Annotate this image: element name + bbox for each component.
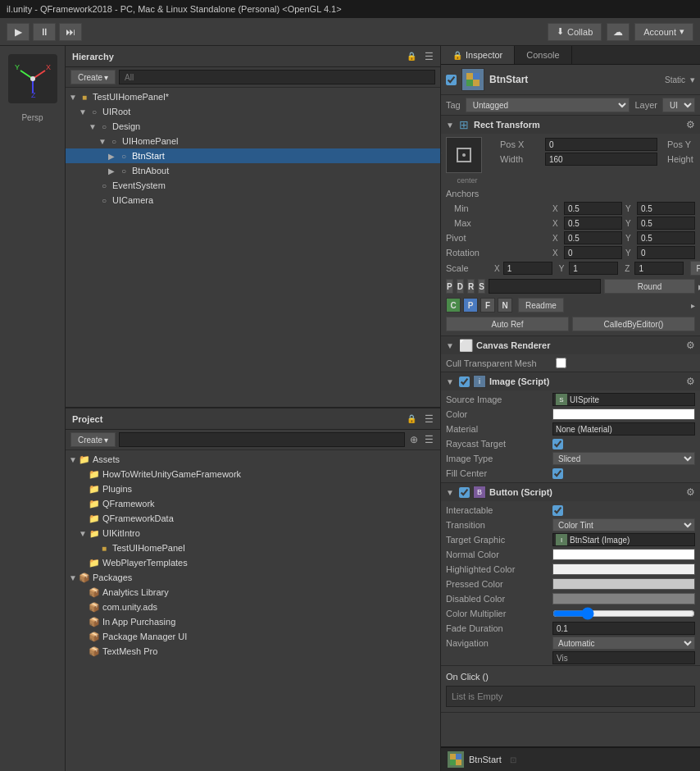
button-active-checkbox[interactable]	[459, 487, 470, 498]
project-item-pkgmgr[interactable]: ▶ 📦 Package Manager UI	[66, 629, 440, 644]
project-tree[interactable]: ▼ 📁 Assets ▶ 📁 HowToWriteUnityGameFramew…	[66, 450, 440, 771]
project-item-testuihomepanel[interactable]: ▶ ■ TestUIHomePanel	[66, 541, 440, 555]
c-button[interactable]: C	[446, 298, 461, 313]
hierarchy-create-button[interactable]: Create ▾	[70, 70, 116, 84]
posx-field[interactable]	[545, 138, 657, 151]
tag-select[interactable]: Untagged	[466, 98, 630, 112]
round-button[interactable]: Round	[604, 279, 695, 294]
normal-color-swatch[interactable]	[552, 549, 695, 560]
project-item-iap[interactable]: ▶ 📦 In App Purchasing	[66, 614, 440, 629]
readme-button[interactable]: Readme	[518, 298, 564, 313]
layer-select[interactable]: UI	[662, 98, 695, 112]
r-button[interactable]: R	[467, 279, 475, 294]
tab-console[interactable]: Console	[515, 46, 571, 64]
button-script-menu-icon[interactable]: ⚙	[686, 486, 695, 498]
tab-inspector[interactable]: 🔒 Inspector	[441, 46, 515, 64]
rect-transform-menu-icon[interactable]: ⚙	[686, 119, 695, 130]
collab-button[interactable]: ⬇ Collab	[548, 23, 602, 41]
project-item-plugins[interactable]: ▶ 📁 Plugins	[66, 481, 440, 496]
project-item-howto[interactable]: ▶ 📁 HowToWriteUnityGameFramework	[66, 467, 440, 481]
project-item-qframework[interactable]: ▶ 📁 QFramework	[66, 496, 440, 511]
calledbyeditor-button[interactable]: CalledByEditor()	[572, 317, 695, 331]
highlighted-color-swatch[interactable]	[552, 563, 695, 575]
d-button[interactable]: D	[457, 279, 464, 294]
account-button[interactable]: Account ▾	[634, 23, 693, 41]
hierarchy-item-btnstart[interactable]: ▶ ○ BtnStart	[66, 148, 440, 163]
cpfn-arrow-button[interactable]: ▸	[691, 301, 695, 310]
project-find-button[interactable]: ⊕	[408, 434, 420, 445]
p-button[interactable]: P	[446, 279, 453, 294]
material-field[interactable]: None (Material)	[552, 422, 695, 436]
hierarchy-item-btnabout[interactable]: ▶ ○ BtnAbout	[66, 163, 440, 178]
image-script-menu-icon[interactable]: ⚙	[686, 376, 695, 387]
hierarchy-item-uicamera[interactable]: ▶ ○ UICamera	[66, 193, 440, 208]
raycast-target-checkbox[interactable]	[552, 439, 563, 449]
f-button[interactable]: F	[480, 298, 495, 313]
hierarchy-tree[interactable]: ▼ ■ TestUIHomePanel* ▼ ○ UIRoot ▼ ○ Desi…	[66, 88, 440, 407]
p-button[interactable]: P	[463, 298, 478, 313]
canvas-renderer-menu-icon[interactable]: ⚙	[686, 340, 695, 351]
target-graphic-field[interactable]: I BtnStart (Image)	[552, 533, 695, 546]
pivot-button[interactable]: Pivot	[690, 261, 700, 276]
cull-checkbox[interactable]	[556, 358, 566, 368]
step-button[interactable]: ⏭	[59, 23, 82, 41]
pivot-y-field[interactable]	[637, 231, 695, 244]
pivot-x-field[interactable]	[564, 231, 622, 244]
scale-x-field[interactable]	[503, 262, 552, 275]
axes-widget[interactable]: X Y Z	[8, 54, 57, 103]
anchor-widget[interactable]	[446, 137, 482, 173]
hierarchy-item-uiroot[interactable]: ▼ ○ UIRoot	[66, 104, 440, 119]
transition-select[interactable]: Color Tint	[552, 518, 695, 531]
round-field[interactable]	[489, 279, 601, 294]
project-filter-button[interactable]: ☰	[423, 434, 435, 445]
width-field[interactable]	[545, 153, 657, 166]
hierarchy-menu-icon[interactable]: ☰	[425, 51, 434, 62]
color-multiplier-slider[interactable]	[552, 607, 695, 620]
fill-center-checkbox[interactable]	[552, 468, 563, 479]
image-active-checkbox[interactable]	[459, 376, 470, 387]
autoref-button[interactable]: Auto Ref	[446, 317, 569, 331]
project-menu-icon[interactable]: ☰	[425, 413, 434, 425]
source-image-field[interactable]: S UISprite	[552, 393, 695, 406]
s-button[interactable]: S	[478, 279, 485, 294]
anchor-max-x-field[interactable]	[564, 217, 622, 230]
cloud-button[interactable]: ☁	[607, 23, 630, 41]
scale-z-field[interactable]	[634, 262, 684, 275]
object-active-checkbox[interactable]	[446, 75, 457, 85]
rotation-x-field[interactable]	[564, 246, 622, 259]
project-item-packages[interactable]: ▼ 📦 Packages	[66, 570, 440, 585]
hierarchy-item-testui[interactable]: ▼ ■ TestUIHomePanel*	[66, 89, 440, 104]
disabled-color-swatch[interactable]	[552, 593, 695, 604]
button-script-header[interactable]: ▼ B Button (Script) ⚙	[441, 483, 700, 501]
canvas-renderer-header[interactable]: ▼ ⬜ Canvas Renderer ⚙	[441, 336, 700, 354]
project-create-button[interactable]: Create ▾	[70, 432, 116, 447]
pause-button[interactable]: ⏸	[33, 23, 56, 41]
scale-y-field[interactable]	[569, 262, 618, 275]
project-item-textmesh[interactable]: ▶ 📦 TextMesh Pro	[66, 644, 440, 659]
visualize-field[interactable]	[552, 651, 695, 664]
interactable-checkbox[interactable]	[552, 505, 563, 516]
fade-duration-field[interactable]	[552, 622, 695, 635]
hierarchy-item-eventsystem[interactable]: ▶ ○ EventSystem	[66, 178, 440, 193]
project-item-assets[interactable]: ▼ 📁 Assets	[66, 452, 440, 467]
n-button[interactable]: N	[498, 298, 512, 313]
image-script-header[interactable]: ▼ i Image (Script) ⚙	[441, 372, 700, 390]
pressed-color-swatch[interactable]	[552, 578, 695, 590]
navigation-select[interactable]: Automatic	[552, 636, 695, 650]
project-item-analytics[interactable]: ▶ 📦 Analytics Library	[66, 585, 440, 600]
anchor-max-y-field[interactable]	[637, 217, 695, 230]
rotation-y-field[interactable]	[637, 246, 695, 259]
project-item-ads[interactable]: ▶ 📦 com.unity.ads	[66, 600, 440, 614]
play-button[interactable]: ▶	[7, 23, 30, 41]
project-item-webplayer[interactable]: ▶ 📁 WebPlayerTemplates	[66, 555, 440, 570]
hierarchy-item-design[interactable]: ▼ ○ Design	[66, 119, 440, 134]
project-search-input[interactable]	[119, 432, 405, 447]
image-type-select[interactable]: Sliced	[552, 452, 695, 465]
color-swatch[interactable]	[552, 408, 695, 420]
project-item-uikitintro[interactable]: ▼ 📁 UIKitIntro	[66, 526, 440, 541]
rect-transform-header[interactable]: ▼ ⊞ Rect Transform ⚙	[441, 116, 700, 134]
hierarchy-search-input[interactable]	[119, 70, 435, 84]
hierarchy-item-uihomepanel[interactable]: ▼ ○ UIHomePanel	[66, 134, 440, 148]
anchor-min-y-field[interactable]	[637, 202, 695, 215]
anchor-min-x-field[interactable]	[564, 202, 622, 215]
